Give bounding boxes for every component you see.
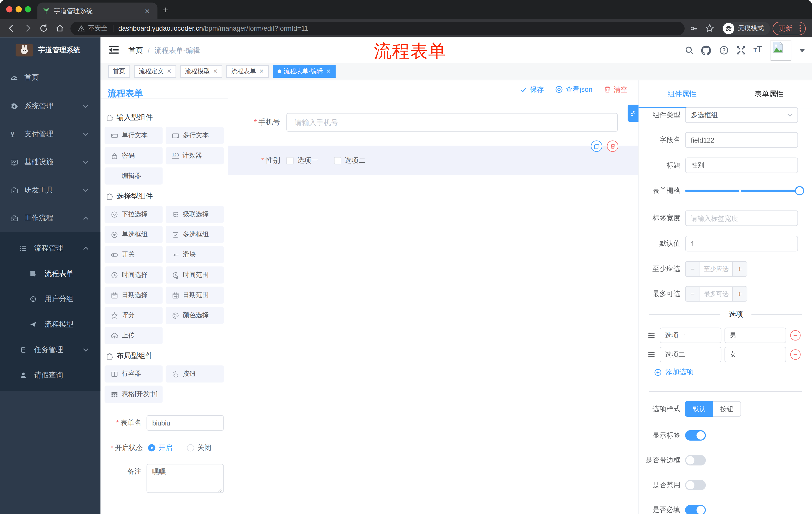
drag-handle-icon[interactable]	[647, 331, 656, 340]
form-name-input[interactable]	[146, 415, 224, 431]
sidebar-item-workflow[interactable]: 工作流程	[0, 204, 100, 232]
sidebar-item-home[interactable]: 首页	[0, 63, 100, 92]
show-label-toggle[interactable]	[685, 430, 706, 440]
palette-item-switch[interactable]: 开关	[105, 246, 163, 263]
palette-item-password[interactable]: 密码	[105, 147, 163, 164]
macos-close-button[interactable]	[6, 6, 12, 12]
palette-item-cascader[interactable]: 级联选择	[166, 206, 224, 223]
palette-item-button[interactable]: 按钮	[166, 366, 224, 382]
component-type-select[interactable]: 多选框组	[685, 107, 798, 123]
tag-process-form[interactable]: 流程表单✕	[227, 65, 268, 77]
sidebar-item-task-mgmt[interactable]: 任务管理	[0, 337, 100, 362]
reload-icon[interactable]	[39, 24, 48, 33]
sidebar-logo[interactable]: 芋道管理系统	[0, 37, 100, 63]
stepper-minus-button[interactable]: −	[686, 287, 700, 301]
palette-item-editor[interactable]: 编辑器	[105, 167, 163, 185]
stepper-minus-button[interactable]: −	[686, 262, 700, 276]
fullscreen-icon[interactable]	[736, 46, 746, 55]
tag-home[interactable]: 首页	[108, 65, 130, 77]
palette-item-slider[interactable]: 滑块	[166, 246, 224, 263]
chrome-menu-icon[interactable]	[800, 25, 801, 32]
palette-item-single-text[interactable]: 单行文本	[105, 127, 163, 144]
save-button[interactable]: 保存	[520, 85, 544, 94]
bookmark-star-icon[interactable]	[705, 24, 714, 33]
canvas-field-phone[interactable]: 手机号	[228, 113, 638, 132]
remove-option-button[interactable]	[790, 330, 801, 341]
gender-option-1[interactable]: 选项一	[286, 156, 318, 165]
incognito-badge[interactable]: 无痕模式	[722, 22, 770, 35]
widget-copy-button[interactable]	[591, 141, 602, 152]
address-bar[interactable]: 不安全 dashboard.yudao.iocoder.cn/bpm/manag…	[70, 22, 685, 35]
tag-close-icon[interactable]: ✕	[259, 68, 264, 75]
tag-process-model[interactable]: 流程模型✕	[180, 65, 222, 77]
style-default-button[interactable]: 默认	[685, 401, 713, 417]
palette-item-select[interactable]: 下拉选择	[105, 206, 163, 223]
gender-option-2[interactable]: 选项二	[334, 156, 366, 165]
search-icon[interactable]	[685, 46, 694, 55]
menu-fold-icon[interactable]	[109, 46, 119, 54]
avatar-caret-icon[interactable]	[800, 49, 805, 52]
tab-close-icon[interactable]: ✕	[142, 7, 152, 15]
password-key-icon[interactable]	[690, 24, 698, 33]
option-value-input[interactable]	[725, 328, 786, 343]
palette-item-checkbox-group[interactable]: 多选框组	[166, 226, 224, 243]
option-value-input[interactable]	[725, 347, 786, 362]
canvas-field-gender-selected[interactable]: 性别 选项一 选项二	[228, 145, 638, 175]
default-value-input[interactable]	[685, 236, 798, 251]
min-select-input[interactable]	[700, 262, 732, 276]
stepper-plus-button[interactable]: +	[732, 262, 747, 276]
resize-handle-icon[interactable]	[218, 488, 222, 492]
sidebar-item-process-mgmt[interactable]: 流程管理	[0, 235, 100, 261]
back-icon[interactable]	[7, 24, 16, 33]
drag-handle-icon[interactable]	[647, 350, 656, 359]
macos-zoom-button[interactable]	[25, 6, 31, 12]
palette-item-rate[interactable]: 评分	[105, 307, 163, 324]
tag-close-icon[interactable]: ✕	[326, 68, 331, 75]
tab-component-props[interactable]: 组件属性	[638, 80, 725, 108]
tag-close-icon[interactable]: ✕	[213, 68, 218, 75]
style-button-button[interactable]: 按钮	[713, 401, 741, 417]
form-grid-slider[interactable]	[685, 186, 800, 196]
title-input[interactable]	[685, 158, 798, 173]
view-json-button[interactable]: 查看json	[555, 85, 592, 94]
sidebar-item-user-group[interactable]: 用户分组	[0, 286, 100, 312]
sidebar-item-payment[interactable]: ¥ 支付管理	[0, 120, 100, 148]
github-icon[interactable]	[701, 46, 711, 55]
help-icon[interactable]	[719, 46, 729, 55]
option-label-input[interactable]	[660, 347, 721, 362]
sidebar-item-process-model[interactable]: 流程模型	[0, 312, 100, 337]
tag-process-definition[interactable]: 流程定义✕	[134, 65, 176, 77]
label-width-input[interactable]	[685, 211, 798, 226]
stepper-plus-button[interactable]: +	[732, 287, 747, 301]
tag-process-form-edit[interactable]: 流程表单-编辑✕	[273, 65, 336, 77]
palette-item-counter[interactable]: 123 计数器	[166, 147, 224, 164]
sidebar-item-system[interactable]: 系统管理	[0, 92, 100, 120]
sidebar-item-infra[interactable]: 基础设施	[0, 148, 100, 176]
palette-item-date-picker[interactable]: 日期选择	[105, 287, 163, 304]
phone-field-input[interactable]	[286, 113, 618, 132]
palette-item-color-picker[interactable]: 颜色选择	[166, 307, 224, 324]
browser-tab[interactable]: 芋道管理系统 ✕	[37, 2, 157, 19]
slider-thumb[interactable]	[795, 186, 804, 195]
required-toggle[interactable]	[685, 505, 706, 514]
status-radio-on[interactable]: 开启	[148, 443, 173, 452]
clear-button[interactable]: 清空	[604, 85, 628, 94]
field-name-input[interactable]	[685, 132, 798, 148]
palette-item-row-container[interactable]: 行容器	[105, 366, 163, 382]
option-label-input[interactable]	[660, 328, 721, 343]
palette-item-table[interactable]: 表格[开发中]	[105, 386, 163, 403]
add-option-button[interactable]: 添加选项	[654, 368, 693, 377]
home-icon[interactable]	[56, 24, 64, 33]
palette-item-textarea[interactable]: 多行文本	[166, 127, 224, 144]
tag-close-icon[interactable]: ✕	[167, 68, 172, 75]
forward-icon[interactable]	[23, 24, 32, 33]
disabled-toggle[interactable]	[685, 480, 706, 490]
palette-item-time-range[interactable]: 时间范围	[166, 266, 224, 283]
chrome-update-button[interactable]: 更新	[773, 22, 806, 35]
sidebar-item-devtools[interactable]: 研发工具	[0, 176, 100, 204]
remove-option-button[interactable]	[790, 349, 801, 360]
status-radio-off[interactable]: 关闭	[187, 443, 211, 452]
palette-item-radio-group[interactable]: 单选框组	[105, 226, 163, 243]
avatar[interactable]	[771, 40, 791, 61]
palette-item-date-range[interactable]: 日期范围	[166, 287, 224, 304]
